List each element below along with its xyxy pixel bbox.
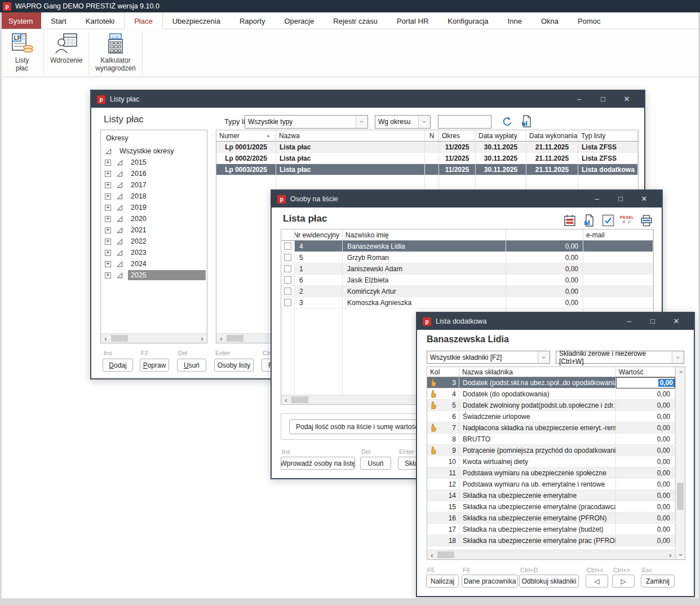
expand-plus-icon[interactable]: +: [105, 182, 111, 188]
button-usuń[interactable]: Usuń: [360, 457, 391, 470]
close-icon[interactable]: ✕: [615, 91, 639, 108]
tree-item-year[interactable]: +2020: [101, 213, 207, 224]
table-row[interactable]: 5Grzyb Roman0,00: [281, 252, 653, 263]
column-header[interactable]: e-mail: [583, 229, 653, 240]
scroll-down-icon[interactable]: ›: [676, 550, 685, 559]
menu-item-konfiguracja[interactable]: Konfiguracja: [438, 12, 498, 29]
scroll-left-icon[interactable]: ‹: [216, 334, 226, 343]
button-usuń[interactable]: Usuń: [177, 359, 206, 372]
period-select[interactable]: Wg okresu ›: [375, 115, 431, 129]
table-row[interactable]: Lp 0002/2025Lista płac11/202530.11.20252…: [216, 153, 638, 164]
tree-horizontal-scrollbar[interactable]: ‹ ›: [101, 333, 207, 343]
select-check-icon[interactable]: [601, 214, 614, 227]
tree-item-year[interactable]: +2025: [101, 270, 207, 281]
table-row[interactable]: 10Kwota wirtualnej diety0,00: [427, 456, 675, 467]
table-row[interactable]: 12Podstawa wymiaru na ub. emerytalne i r…: [427, 479, 675, 490]
minimize-icon[interactable]: –: [585, 191, 609, 207]
components-filter-select[interactable]: Wszystkie składniki [F2] ›: [427, 351, 550, 364]
expand-plus-icon[interactable]: +: [105, 205, 111, 211]
table-row[interactable]: 6Jasik Elżbieta0,00: [281, 275, 653, 286]
tree-item-year[interactable]: +2016: [101, 168, 207, 179]
scroll-left-icon[interactable]: ‹: [101, 334, 110, 343]
row-checkbox[interactable]: [284, 242, 291, 250]
expand-plus-icon[interactable]: +: [105, 239, 111, 245]
column-header[interactable]: N: [425, 130, 439, 141]
close-icon[interactable]: ✕: [664, 313, 688, 330]
button-wprowadź-osoby-na-listę[interactable]: Wprowadź osoby na listę: [281, 457, 355, 470]
row-checkbox[interactable]: [284, 299, 291, 306]
column-header[interactable]: Wartość: [616, 367, 675, 377]
menu-item-inne[interactable]: Inne: [498, 12, 531, 29]
scroll-right-icon[interactable]: ›: [666, 550, 675, 560]
tree-item-year[interactable]: +2021: [101, 224, 207, 236]
table-row[interactable]: 17Składka na ubezpieczenie emerytalne (b…: [427, 524, 675, 535]
scrollbar-thumb[interactable]: [677, 483, 684, 510]
table-row[interactable]: 15Składka na ubezpieczenie emerytalne (p…: [427, 501, 675, 513]
menu-item-portal-hr[interactable]: Portal HR: [387, 12, 438, 29]
menu-item-rejestr-czasu[interactable]: Rejestr czasu: [324, 12, 387, 29]
maximize-icon[interactable]: □: [591, 91, 615, 108]
table-row[interactable]: 8BRUTTO0,00: [427, 434, 675, 445]
zero-filter-select[interactable]: Składniki zerowe i niezerowe [Ctrl+W] ›: [556, 351, 684, 364]
tree-item-all-periods[interactable]: Wszystkie okresy: [101, 145, 207, 157]
toolbar-item-payroll-lists[interactable]: LPListy płac: [2, 29, 42, 77]
tree-item-year[interactable]: +2019: [101, 202, 207, 213]
button--[interactable]: ◁: [586, 575, 608, 588]
scroll-left-icon[interactable]: ‹: [427, 550, 437, 560]
row-checkbox[interactable]: [284, 265, 291, 272]
table-row[interactable]: 6Świadczenie urlopowe0,00: [427, 411, 675, 422]
column-header[interactable]: Nazwa: [276, 130, 425, 141]
table-row[interactable]: Lp 0003/2025Lista płac11/202530.11.20252…: [216, 164, 638, 175]
close-icon[interactable]: ✕: [632, 191, 656, 207]
expand-plus-icon[interactable]: +: [105, 261, 111, 267]
menu-item-ubezpieczenia[interactable]: Ubezpieczenia: [163, 12, 230, 29]
tree-item-year[interactable]: +2018: [101, 191, 207, 202]
table-row[interactable]: 5Dodatek zwolniony podat(podst.ub.społec…: [427, 400, 675, 411]
value-edit-cell[interactable]: 0,00: [616, 377, 675, 388]
button-odblokuj-składniki[interactable]: Odblokuj składniki: [519, 575, 579, 588]
row-checkbox[interactable]: [284, 254, 291, 261]
scroll-right-icon[interactable]: ›: [197, 334, 207, 343]
table-row[interactable]: 1Janiszewski Adam0,00: [281, 263, 653, 275]
table-row[interactable]: 3Dodatek (podst.skł.na ubez.społ.,do opo…: [427, 377, 675, 388]
scrollbar-thumb[interactable]: [111, 335, 128, 342]
maximize-icon[interactable]: □: [609, 191, 632, 207]
scrollbar-thumb[interactable]: [291, 396, 308, 403]
expand-plus-icon[interactable]: +: [105, 216, 111, 222]
table-row[interactable]: 4Dodatek (do opodatkowania)0,00: [427, 388, 675, 400]
button-dodaj[interactable]: Dodaj: [103, 359, 133, 372]
column-header[interactable]: [506, 229, 583, 240]
menu-item-okna[interactable]: Okna: [531, 12, 568, 29]
button-popraw[interactable]: Popraw: [140, 359, 169, 372]
menu-item-pomoc[interactable]: Pomoc: [568, 12, 610, 29]
export-report-icon[interactable]: [520, 114, 533, 127]
column-header[interactable]: Data wypłaty: [476, 130, 526, 141]
button-osoby-listy[interactable]: Osoby listy: [214, 359, 254, 372]
column-header[interactable]: Numer▲: [216, 130, 276, 141]
menu-item-płace[interactable]: Płace: [124, 12, 163, 29]
toolbar-item-salary-calculator[interactable]: 0.00Kalkulator wynagrodzeń: [90, 29, 140, 77]
button-dane-pracownika[interactable]: Dane pracownika: [462, 575, 518, 588]
tree-item-year[interactable]: +2015: [101, 157, 207, 168]
expand-plus-icon[interactable]: +: [105, 171, 111, 177]
menu-item-system[interactable]: System: [0, 12, 41, 29]
column-header[interactable]: Data wykonania: [526, 130, 578, 141]
dodatkowa-titlebar[interactable]: p Lista dodatkowa – □ ✕: [417, 313, 694, 330]
scrollbar-thumb[interactable]: [437, 551, 454, 558]
toolbar-item-implementation[interactable]: Wdrożenie: [45, 29, 87, 77]
expand-plus-icon[interactable]: +: [105, 272, 111, 279]
calendar-icon[interactable]: [563, 214, 576, 227]
column-header[interactable]: Okres: [439, 130, 476, 141]
button-zamknij[interactable]: Zamknij: [641, 575, 675, 588]
osoby-titlebar[interactable]: p Osoby na liście – □ ✕: [272, 191, 662, 207]
print-icon[interactable]: [640, 214, 653, 227]
tree-item-year[interactable]: +2017: [101, 179, 207, 191]
table-row[interactable]: 3Komoszka Agnieszka0,00: [281, 297, 653, 308]
minimize-icon[interactable]: –: [568, 91, 591, 108]
table-row[interactable]: 2Komińczyk Artur0,00: [281, 286, 653, 297]
column-header[interactable]: [281, 229, 295, 240]
column-header[interactable]: Nr ewidencyjny: [295, 229, 343, 240]
scrollbar-thumb[interactable]: [227, 335, 243, 342]
expand-plus-icon[interactable]: +: [105, 160, 111, 166]
scroll-up-icon[interactable]: ›: [676, 367, 685, 377]
